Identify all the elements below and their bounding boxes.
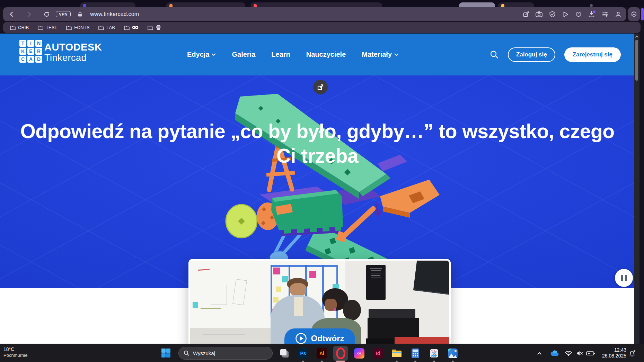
back-icon[interactable] [6, 8, 18, 20]
tray-chevron-button[interactable] [536, 344, 542, 362]
page-scrollbar[interactable] [634, 34, 639, 344]
brand-autodesk: AUTODESK [44, 42, 102, 52]
pause-icon [621, 275, 623, 281]
bookmark-folder-fonts[interactable]: FONTS [66, 25, 89, 30]
taskbar-search[interactable]: Wyszukaj [178, 347, 273, 360]
scroll-up-arrow[interactable] [634, 34, 639, 39]
pause-button[interactable] [615, 269, 633, 287]
app-opera-active[interactable] [333, 346, 348, 361]
weather-widget[interactable]: 18°C Pochmurnie [3, 346, 27, 358]
heart-icon[interactable] [573, 8, 584, 20]
calculator-icon [411, 348, 420, 359]
sticky-note [309, 271, 316, 278]
cube-icon [630, 11, 637, 18]
new-tab-button[interactable] [590, 4, 593, 7]
bookmark-folder-test[interactable]: TEST [38, 25, 57, 30]
windows-logo-icon [161, 349, 166, 353]
hero-headline-line2: Ci trzeba [0, 144, 635, 168]
nav-label: Materiały [362, 51, 392, 58]
app-file-explorer[interactable] [389, 346, 404, 361]
poster [366, 265, 386, 300]
logo-cell: I [27, 40, 34, 47]
nav-materialy[interactable]: Materiały [362, 51, 398, 58]
search-icon[interactable] [489, 50, 499, 59]
taskbar-clock[interactable]: 12:43 26.08.2025 [598, 347, 626, 359]
clock-time: 12:43 [598, 347, 626, 353]
logo-cell: C [19, 56, 26, 63]
app-photoshop[interactable]: Ps [296, 346, 310, 361]
nav-learn[interactable]: Learn [271, 51, 290, 58]
nav-nauczyciele[interactable]: Nauczyciele [306, 51, 346, 58]
profile-icon[interactable] [612, 8, 624, 20]
chevron-up-icon [536, 350, 542, 356]
open-in-new-button[interactable] [313, 80, 328, 94]
brand-wordmark[interactable]: AUTODESK Tinkercad [44, 42, 102, 63]
volume-muted-tray-icon[interactable] [576, 344, 583, 362]
login-button[interactable]: Zaloguj się [508, 47, 555, 62]
tv-screen [413, 259, 451, 295]
reload-icon[interactable] [41, 8, 52, 20]
shield-check-icon[interactable] [546, 8, 558, 20]
search-placeholder: Wyszukaj [193, 350, 215, 356]
download-icon[interactable] [586, 8, 598, 20]
windows-taskbar: 18°C Pochmurnie Wyszukaj Ps Ai ∞ [0, 344, 644, 362]
weather-temperature: 18°C [3, 346, 27, 352]
person-boy-face [290, 283, 306, 296]
register-button[interactable]: Zarejestruj się [564, 47, 621, 62]
red-toolbox [395, 337, 449, 344]
nav-galeria[interactable]: Galeria [232, 51, 255, 58]
onedrive-cloud-icon [550, 350, 559, 356]
browser-tab-2[interactable] [166, 2, 245, 7]
app-creative-cloud[interactable]: ∞ [352, 346, 367, 361]
forward-icon[interactable] [23, 8, 35, 20]
start-button[interactable] [161, 349, 171, 358]
scrollbar-thumb[interactable] [635, 40, 638, 81]
running-indicator [452, 361, 454, 362]
open-in-new-icon [317, 84, 324, 91]
app-illustrator[interactable]: Ai [315, 346, 329, 361]
tab-favicon [169, 4, 173, 7]
sketch-line [201, 308, 221, 309]
snapshot-camera-icon[interactable] [533, 8, 545, 20]
sliders-settings-icon[interactable] [599, 8, 611, 20]
bookmark-label: TEST [46, 25, 57, 30]
folder-icon [124, 25, 130, 30]
running-indicator [433, 361, 435, 362]
browser-tab-3[interactable] [250, 2, 382, 7]
tinkercad-logo[interactable]: T I N K E R C A D [19, 40, 42, 63]
app-photos[interactable] [445, 346, 460, 361]
battery-tray-icon[interactable] [586, 344, 595, 362]
task-view-button[interactable] [277, 346, 292, 361]
board-tape [271, 265, 336, 267]
tinkercad-header: T I N K E R C A D AUTODESK Tinkercad Edy… [0, 34, 635, 75]
sidebar-accent-pill[interactable] [641, 8, 644, 20]
app-indesign[interactable]: Id [371, 346, 385, 361]
app-snipping-tool[interactable] [427, 346, 441, 361]
video-thumbnail-card[interactable]: Odtwórz film [188, 259, 451, 344]
nav-edycja[interactable]: Edycja [187, 51, 216, 58]
browser-tab-5[interactable] [498, 2, 534, 7]
pinboard-icon[interactable] [520, 8, 532, 20]
vpn-badge[interactable]: VPN [56, 11, 71, 17]
browser-tab-active[interactable] [459, 2, 495, 7]
bookmark-folder-lab[interactable]: LAB [98, 25, 115, 30]
bookmark-folder-goggles[interactable] [124, 25, 139, 30]
browser-tab-1[interactable] [80, 2, 135, 7]
bookmark-folder-printer[interactable] [148, 25, 161, 30]
app-calculator[interactable] [408, 346, 423, 361]
window-edge [639, 34, 644, 344]
photos-icon [448, 349, 458, 358]
windows-logo-icon [166, 349, 170, 353]
lock-icon[interactable] [74, 8, 86, 20]
send-icon[interactable] [559, 8, 571, 20]
play-icon [295, 333, 307, 344]
wifi-tray-icon[interactable] [565, 344, 572, 362]
onedrive-tray-icon[interactable] [550, 344, 559, 362]
extension-button[interactable] [628, 7, 640, 21]
play-video-button[interactable]: Odtwórz film [284, 328, 355, 344]
notification-bell-button[interactable] [628, 344, 636, 362]
bookmark-folder-crib[interactable]: CRIB [10, 25, 29, 30]
address-bar-url[interactable]: www.tinkercad.com [90, 11, 139, 17]
folder-icon [10, 25, 16, 30]
folder-icon [98, 25, 104, 30]
